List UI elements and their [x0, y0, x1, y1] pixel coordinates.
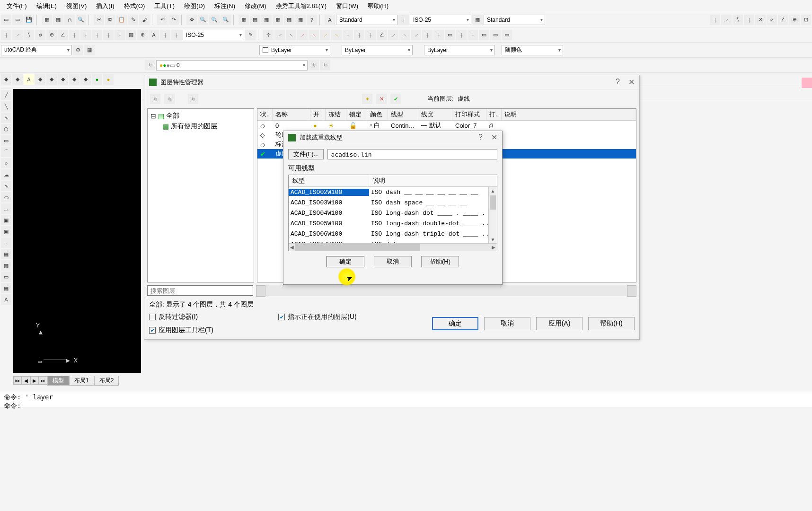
layer-states-icon[interactable]: ≋: [320, 60, 330, 70]
undo-icon[interactable]: ↶: [157, 15, 168, 25]
lpm-cancel-button[interactable]: 取消: [484, 317, 530, 330]
osnap5-icon[interactable]: ⟍: [309, 30, 319, 40]
tab-model[interactable]: 模型: [47, 376, 69, 386]
tab-layout1[interactable]: 布局1: [69, 376, 94, 386]
polygon-icon[interactable]: ⬠: [1, 124, 11, 134]
textstyle-dropdown[interactable]: Standard: [336, 15, 397, 25]
circle-icon[interactable]: ○: [1, 158, 11, 168]
properties-icon[interactable]: ▦: [238, 15, 249, 25]
dim-tool15-icon[interactable]: ⟊: [160, 30, 170, 40]
tab-prev-icon[interactable]: ◀: [22, 376, 30, 385]
layer-color-dropdown[interactable]: ByLayer: [259, 45, 330, 55]
layer-ltype-dropdown[interactable]: ByLayer: [342, 45, 413, 55]
paste-icon[interactable]: 📋: [116, 15, 127, 25]
dim-tool3-icon[interactable]: ⟆: [24, 30, 34, 40]
chk-apply-toolbar[interactable]: ✔应用图层工具栏(T): [149, 326, 357, 335]
osnap19-icon[interactable]: ⟊: [468, 30, 478, 40]
layer-manager-icon[interactable]: ≋: [145, 60, 155, 70]
list-item[interactable]: ACAD_ISO04W100ISO long-dash dot ____ . _…: [289, 208, 488, 218]
osnap4-icon[interactable]: ⟋: [297, 30, 308, 40]
right-tool-icon[interactable]: [802, 78, 812, 88]
dim-angular-icon[interactable]: ∠: [778, 15, 788, 25]
tab-last-icon[interactable]: ⏭: [39, 376, 47, 385]
col-ltype[interactable]: 线型: [388, 109, 418, 120]
osnap13-icon[interactable]: ⟍: [399, 30, 410, 40]
pan-icon[interactable]: ✥: [186, 15, 197, 25]
dim-tool10-icon[interactable]: ⟊: [103, 30, 114, 40]
lpm-help-button[interactable]: 帮助(H): [588, 317, 635, 330]
scroll-down-icon[interactable]: ▼: [489, 236, 497, 243]
list-vscroll[interactable]: ▲ ▼: [488, 187, 497, 243]
dimstyle-icon[interactable]: ⟊: [398, 15, 409, 25]
model-viewport[interactable]: Y ▲ ▭ ▶ X: [13, 89, 141, 373]
chk-indicate-inuse[interactable]: ✔指示正在使用的图层(U): [278, 313, 356, 321]
redo-icon[interactable]: ↷: [168, 15, 179, 25]
lpm-ok-button[interactable]: 确定: [432, 317, 478, 330]
lpm-help-icon[interactable]: ?: [616, 78, 620, 87]
col-status[interactable]: 状..: [257, 109, 273, 120]
dim-tool12-icon[interactable]: ▦: [126, 30, 136, 40]
osnap10-icon[interactable]: ⟊: [365, 30, 376, 40]
cut-icon[interactable]: ✂: [94, 15, 104, 25]
new-filter-icon[interactable]: ≋: [150, 94, 160, 104]
osnap7-icon[interactable]: ⟍: [331, 30, 342, 40]
line-icon[interactable]: ╱: [1, 90, 11, 100]
osnap20-icon[interactable]: ▭: [479, 30, 489, 40]
layer-dropdown[interactable]: ●●●▭ 0: [156, 60, 308, 70]
osnap15-icon[interactable]: ⟊: [422, 30, 432, 40]
dim-tool4-icon[interactable]: ⌀: [35, 30, 45, 40]
lldlg-ok-button[interactable]: 确定: [327, 256, 364, 267]
hatch-icon[interactable]: ▦: [1, 249, 11, 259]
block-icon[interactable]: ▣: [1, 226, 11, 237]
col-desc[interactable]: 说明: [369, 175, 497, 186]
zoom-realtime-icon[interactable]: 🔍: [198, 15, 208, 25]
x1-icon[interactable]: ◆: [1, 74, 11, 85]
x8-icon[interactable]: ◆: [80, 74, 91, 85]
menu-edit[interactable]: 编辑(E): [32, 1, 62, 11]
dim-tool16-icon[interactable]: ⟊: [171, 30, 182, 40]
dim-aligned-icon[interactable]: ⟋: [721, 15, 732, 25]
menu-view[interactable]: 视图(V): [62, 1, 91, 11]
menu-modify[interactable]: 修改(M): [240, 1, 271, 11]
dim-tolerance-icon[interactable]: ⊡: [801, 15, 811, 25]
dim-center-icon[interactable]: ⊕: [789, 15, 800, 25]
open-icon[interactable]: ▭: [12, 15, 23, 25]
osnap12-icon[interactable]: ⟋: [388, 30, 398, 40]
copy-icon[interactable]: ⧉: [105, 15, 115, 25]
col-on[interactable]: 开: [310, 109, 326, 120]
dim-tool8-icon[interactable]: ⟊: [80, 30, 91, 40]
col-lweight[interactable]: 线宽: [418, 109, 452, 120]
tab-next-icon[interactable]: ▶: [30, 376, 39, 385]
dim-update-icon[interactable]: ✎: [245, 30, 256, 40]
osnap11-icon[interactable]: ∠: [377, 30, 387, 40]
layer-bycolor-dropdown[interactable]: 随颜色: [502, 45, 563, 55]
scroll-up-icon[interactable]: ▲: [489, 187, 497, 194]
list-item[interactable]: ACAD_ISO02W100ISO dash __ __ __ __ __ __…: [289, 187, 488, 197]
dim-tool6-icon[interactable]: ∠: [58, 30, 68, 40]
list-item[interactable]: ACAD_ISO07W100ISO dot . . . . . . . . . …: [289, 239, 488, 243]
save-icon[interactable]: 💾: [24, 15, 34, 25]
match-icon[interactable]: ✎: [128, 15, 138, 25]
col-ltype[interactable]: 线型: [289, 175, 369, 186]
x6-icon[interactable]: ◆: [58, 74, 68, 85]
dim-radius-icon[interactable]: ✕: [755, 15, 766, 25]
tab-layout2[interactable]: 布局2: [94, 376, 119, 386]
menu-window[interactable]: 窗口(W): [331, 1, 363, 11]
dim-ordinate-icon[interactable]: ⟊: [744, 15, 754, 25]
tree-used[interactable]: 所有使用的图层: [171, 122, 217, 131]
gradient-icon[interactable]: ▦: [1, 260, 11, 271]
lldlg-help-button[interactable]: 帮助(H): [421, 256, 459, 267]
dim-tool9-icon[interactable]: ⟊: [92, 30, 102, 40]
plot-icon[interactable]: ⎙: [64, 15, 75, 25]
ellipsearc-icon[interactable]: ⌓: [1, 203, 11, 214]
dim-tool2-icon[interactable]: ⟋: [12, 30, 23, 40]
dimstyle2-dropdown[interactable]: ISO-25: [183, 30, 244, 40]
xref-icon[interactable]: ▦: [53, 15, 63, 25]
lpm-apply-button[interactable]: 应用(A): [536, 317, 583, 330]
layer-lweight-dropdown[interactable]: ByLayer: [424, 45, 495, 55]
x2-icon[interactable]: ◆: [12, 74, 23, 85]
tab-first-icon[interactable]: ⏮: [13, 376, 22, 385]
arc-icon[interactable]: ⌒: [1, 147, 11, 157]
lldlg-cancel-button[interactable]: 取消: [374, 256, 412, 267]
list-item[interactable]: ACAD_ISO06W100ISO long-dash triple-dot _…: [289, 229, 488, 239]
